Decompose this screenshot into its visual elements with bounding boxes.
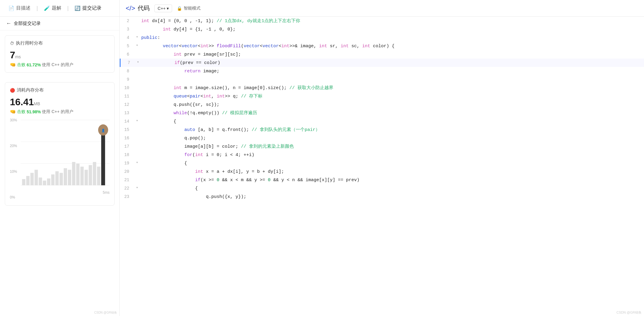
time-section: ⏱ 执行用时分布 7ms 🤜 击败 61.72% 使用 C++ 的用户 xyxy=(5,35,115,73)
table-row: 8 return image; xyxy=(120,67,644,75)
back-arrow-icon: ← xyxy=(6,20,11,27)
svg-rect-13 xyxy=(60,173,63,185)
svg-rect-9 xyxy=(43,181,46,185)
table-row: 10 int m = image.size(), n = image[0].si… xyxy=(120,84,644,92)
lang-selector[interactable]: C++ ▾ xyxy=(154,4,172,12)
svg-rect-25 xyxy=(97,167,100,185)
code-area[interactable]: 2 int dx[4] = {0, 0 , -1, 1}; // 1点加dx, … xyxy=(120,17,644,316)
table-row: 22 ▾ { xyxy=(120,184,644,193)
table-row: 3 int dy[4] = {1, -1 , 0, 0}; xyxy=(120,25,644,33)
table-row: 23 q.push({x, y}); xyxy=(120,193,644,201)
table-row: 18 for(int i = 0; i < 4; ++i) xyxy=(120,151,644,159)
table-row: 2 int dx[4] = {0, 0 , -1, 1}; // 1点加dx, … xyxy=(120,17,644,25)
time-value: 7ms xyxy=(10,50,110,61)
chart-y-labels: 30% 20% 10% 0% xyxy=(10,117,17,201)
svg-rect-16 xyxy=(72,162,75,185)
code-bracket: </> xyxy=(126,4,135,12)
svg-rect-19 xyxy=(84,170,88,185)
table-row: 21 if(x >= 0 && x < m && y >= 0 && y < n… xyxy=(120,176,644,184)
fire-icon-2: 🤜 xyxy=(10,109,16,115)
back-button[interactable]: ← 全部提交记录 xyxy=(0,17,119,30)
table-row: 9 xyxy=(120,75,644,84)
svg-rect-12 xyxy=(55,171,59,185)
table-row: 5 ▾ vector<vector<int>> floodFill(vector… xyxy=(120,42,644,50)
table-row: 16 q.pop(); xyxy=(120,134,644,142)
nav-description[interactable]: 📄 目描述 xyxy=(5,3,34,14)
svg-rect-24 xyxy=(93,162,96,185)
table-row: 4 ▾ public: xyxy=(120,33,644,42)
svg-rect-4 xyxy=(22,179,25,185)
svg-rect-8 xyxy=(39,178,42,185)
code-title: </> 代码 xyxy=(126,4,150,12)
time-section-title: ⏱ 执行用时分布 xyxy=(10,40,110,46)
fire-icon: 🤜 xyxy=(10,62,16,68)
svg-rect-21 xyxy=(101,132,105,185)
svg-rect-17 xyxy=(76,164,80,185)
back-label: 全部提交记录 xyxy=(14,21,41,26)
table-row: 15 auto [a, b] = q.front(); // 拿到队头的元素（一… xyxy=(120,126,644,134)
memory-section: 🔴 消耗内存分布 16.41MB 🤜 击败 51.98% 使用 C++ 的用户 … xyxy=(5,82,115,206)
left-panel: 📄 目描述 | 🧪 题解 | 🔄 提交记录 ← 全部提交记录 ⏱ 执行用时分布 … xyxy=(0,0,120,316)
clock-icon: ⏱ xyxy=(10,41,14,46)
table-row: 19 ▾ { xyxy=(120,159,644,167)
memory-icon: 🔴 xyxy=(10,88,15,93)
table-row: 13 while(!q.empty()) // 模拟层序遍历 xyxy=(120,109,644,117)
svg-rect-15 xyxy=(68,170,71,185)
svg-text:👤: 👤 xyxy=(101,128,105,132)
svg-rect-10 xyxy=(47,178,50,185)
memory-beat-percent: 51.98% xyxy=(27,109,41,114)
svg-rect-11 xyxy=(51,174,54,185)
dropdown-icon: ▾ xyxy=(167,6,169,11)
memory-title-label: 消耗内存分布 xyxy=(17,87,44,93)
chart-area: 30% 20% 10% 0% xyxy=(10,117,110,201)
memory-section-title: 🔴 消耗内存分布 xyxy=(10,87,110,93)
solution-icon: 🧪 xyxy=(44,5,50,11)
table-row: 20 int x = a + dx[i], y = b + dy[i]; xyxy=(120,167,644,176)
time-beat-label: 使用 C++ 的用户 xyxy=(42,62,73,68)
svg-rect-14 xyxy=(64,168,67,185)
svg-rect-18 xyxy=(80,167,84,185)
table-row: 11 queue<pair<int, int>> q; // 存下标 xyxy=(120,92,644,100)
nav-solution-label: 题解 xyxy=(52,5,61,11)
svg-rect-20 xyxy=(89,165,92,185)
table-row: 17 image[a][b] = color; // 拿到的元素染上新颜色 xyxy=(120,142,644,151)
svg-rect-6 xyxy=(30,173,34,185)
description-icon: 📄 xyxy=(8,5,14,11)
right-panel: </> 代码 C++ ▾ 🔒 智能模式 2 int dx[4] = {0, 0 … xyxy=(120,0,644,316)
lock-icon: 🔒 xyxy=(177,6,182,11)
memory-value: 16.41MB xyxy=(10,97,110,108)
chart-svg: 👤 5ms xyxy=(21,117,110,195)
smart-mode-label: 智能模式 xyxy=(184,6,201,11)
nav-description-label: 目描述 xyxy=(16,5,31,11)
svg-rect-5 xyxy=(26,176,30,185)
smart-mode: 🔒 智能模式 xyxy=(177,6,201,11)
time-beat: 🤜 击败 61.72% 使用 C++ 的用户 xyxy=(10,62,110,68)
nav-divider-2: | xyxy=(67,5,69,11)
watermark: CSDN @GR锦鱼 xyxy=(94,311,117,315)
time-title-label: 执行用时分布 xyxy=(16,40,43,46)
nav-history-label: 提交记录 xyxy=(82,5,101,11)
table-row: 7 ▾ if(prev == color) xyxy=(120,59,644,67)
right-watermark: CSDN @GR锦鱼 xyxy=(616,310,642,315)
nav-divider-1: | xyxy=(37,5,38,11)
code-title-label: 代码 xyxy=(138,4,150,12)
svg-rect-7 xyxy=(34,170,38,185)
table-row: 6 int prev = image[sr][sc]; xyxy=(120,50,644,59)
nav-history[interactable]: 🔄 提交记录 xyxy=(71,3,105,14)
memory-beat: 🤜 击败 51.98% 使用 C++ 的用户 xyxy=(10,109,110,115)
table-row: 14 ▾ { xyxy=(120,117,644,126)
lang-label: C++ xyxy=(158,6,165,11)
nav-solution[interactable]: 🧪 题解 xyxy=(40,3,65,14)
time-beat-percent: 61.72% xyxy=(27,62,41,67)
memory-beat-label: 使用 C++ 的用户 xyxy=(42,109,73,115)
table-row: 12 q.push({sr, sc}); xyxy=(120,100,644,109)
code-header: </> 代码 C++ ▾ 🔒 智能模式 xyxy=(120,0,644,17)
chart-x-label: 5ms xyxy=(31,190,110,195)
history-icon: 🔄 xyxy=(75,5,80,11)
top-nav: 📄 目描述 | 🧪 题解 | 🔄 提交记录 xyxy=(0,0,119,17)
